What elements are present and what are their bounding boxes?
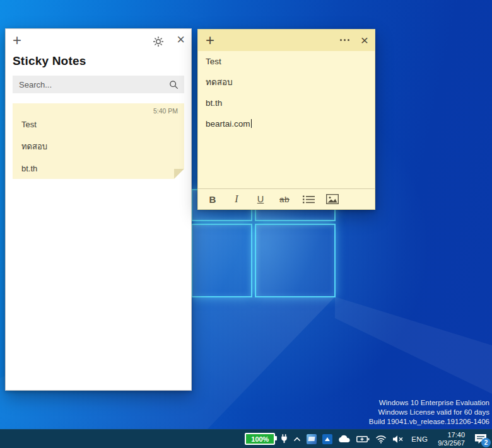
new-note-button[interactable]: +: [13, 33, 21, 48]
bold-button[interactable]: B: [201, 190, 225, 209]
license-watermark: Windows 10 Enterprise Evaluation Windows…: [369, 398, 489, 427]
close-icon[interactable]: ×: [361, 32, 368, 49]
battery-percent-indicator[interactable]: 100%: [245, 433, 275, 445]
note-line-text: beartai.com: [206, 119, 250, 129]
new-note-button[interactable]: +: [206, 31, 214, 50]
note-timestamp: 5:40 PM: [153, 107, 178, 115]
taskbar: 100%: [0, 429, 492, 448]
note-preview-line: bt.th: [21, 158, 184, 179]
formatting-toolbar: B I U ab: [198, 188, 375, 209]
bullet-list-button[interactable]: [296, 190, 320, 209]
close-icon[interactable]: ×: [177, 32, 185, 47]
menu-ellipsis-icon[interactable]: [340, 39, 349, 41]
system-tray: 100%: [245, 430, 492, 448]
note-line: bt.th: [206, 93, 367, 113]
windows-logo-pane: [191, 224, 252, 297]
search-icon[interactable]: [169, 80, 179, 89]
insert-image-button[interactable]: [320, 190, 344, 209]
search-input[interactable]: [13, 80, 169, 89]
note-title-bar[interactable]: + ×: [198, 30, 375, 51]
action-center-icon[interactable]: 2: [473, 430, 488, 448]
tray-app-icon-blue-1[interactable]: [307, 430, 317, 448]
onedrive-cloud-icon[interactable]: [338, 430, 351, 448]
battery-plugged-icon[interactable]: [356, 430, 370, 448]
chevron-up-icon[interactable]: [293, 430, 301, 448]
watermark-line: Windows 10 Enterprise Evaluation: [369, 398, 489, 408]
tray-app-icon-blue-2[interactable]: [322, 430, 332, 448]
power-plug-icon[interactable]: [281, 430, 288, 448]
folded-corner: [174, 169, 184, 179]
note-text-editor[interactable]: Test ทดสอบ bt.th beartai.com: [198, 51, 375, 189]
strikethrough-button[interactable]: ab: [272, 190, 296, 209]
notification-badge: 2: [481, 438, 491, 447]
watermark-line: Build 19041.vb_release.191206-1406: [369, 417, 489, 427]
watermark-line: Windows License valid for 60 days: [369, 408, 489, 417]
sticky-note-window: + × Test ทดสอบ bt.th beartai.com B I U a…: [197, 29, 375, 210]
sticky-notes-list-window: + × Sticky Notes 5:40 PM Test ทดสอบ bt.t…: [5, 28, 192, 391]
note-preview-line: ทดสอบ: [21, 135, 184, 158]
note-line: beartai.com: [206, 113, 367, 134]
wifi-icon[interactable]: [375, 430, 387, 448]
underline-button[interactable]: U: [249, 190, 272, 209]
note-line: ทดสอบ: [206, 72, 367, 93]
search-box[interactable]: [13, 76, 184, 93]
language-indicator[interactable]: ENG: [409, 435, 430, 443]
desktop: Windows 10 Enterprise Evaluation Windows…: [0, 0, 492, 448]
text-caret: [251, 119, 252, 128]
volume-muted-icon[interactable]: [392, 430, 404, 448]
note-list-item[interactable]: 5:40 PM Test ทดสอบ bt.th: [13, 103, 184, 179]
note-preview-line: Test: [21, 113, 184, 135]
note-line: Test: [206, 51, 367, 72]
app-title: Sticky Notes: [13, 54, 86, 68]
windows-logo-pane: [255, 224, 336, 297]
settings-gear-icon[interactable]: [152, 35, 165, 48]
clock-date: 9/3/2567: [438, 439, 465, 447]
italic-button[interactable]: I: [225, 190, 249, 209]
clock-time: 17:40: [438, 431, 465, 439]
taskbar-clock[interactable]: 17:40 9/3/2567: [435, 431, 467, 447]
